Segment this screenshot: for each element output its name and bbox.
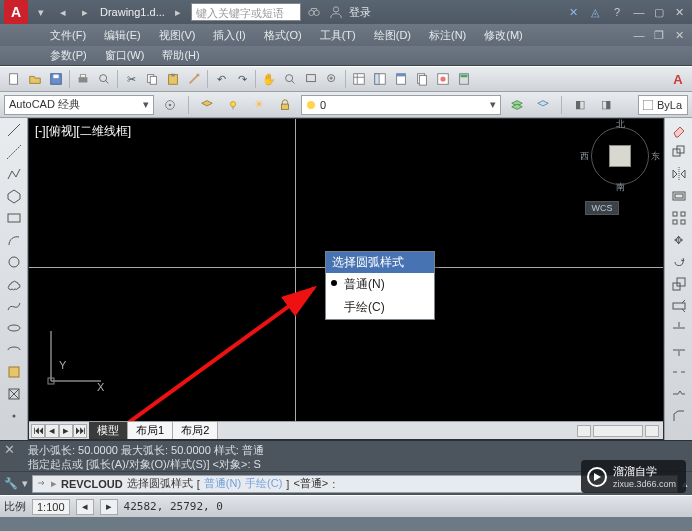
unknown-tool-2-icon[interactable]: ◨ [596,95,616,115]
markup-icon[interactable] [433,69,453,89]
layer-off-icon[interactable] [223,95,243,115]
spline-icon[interactable] [3,296,25,316]
calc-icon[interactable] [454,69,474,89]
mirror-icon[interactable] [668,164,690,184]
scale-icon[interactable] [668,274,690,294]
tab-layout2[interactable]: 布局2 [173,422,218,439]
menu-dimension[interactable]: 标注(N) [421,26,474,45]
binoculars-icon[interactable] [305,3,323,21]
tab-model[interactable]: 模型 [89,422,128,439]
insert-block-icon[interactable] [3,362,25,382]
offset-icon[interactable] [668,186,690,206]
rotate-icon[interactable] [668,252,690,272]
scale-dec-icon[interactable]: ◂ [76,499,94,515]
context-item-hand[interactable]: 手绘(C) [326,296,434,319]
cmd-wrench-icon[interactable]: 🔧 [4,477,18,490]
h-scrollbar[interactable] [218,425,663,437]
user-icon[interactable] [327,3,345,21]
copy-obj-icon[interactable] [668,142,690,162]
layer-freeze-icon[interactable]: ☀ [249,95,269,115]
viewcube-top-face[interactable] [609,145,631,167]
save-icon[interactable] [46,69,66,89]
cmd-opt-hand[interactable]: 手绘(C) [245,476,282,491]
new-icon[interactable] [4,69,24,89]
viewcube-south[interactable]: 南 [616,181,625,194]
polygon-icon[interactable] [3,186,25,206]
layer-match-icon[interactable] [533,95,553,115]
extend-icon[interactable] [668,340,690,360]
zoom-prev-icon[interactable] [322,69,342,89]
view-cube[interactable]: 北 南 西 东 WCS [585,127,655,217]
cmd-opt-normal[interactable]: 普通(N) [204,476,241,491]
point-icon[interactable] [3,406,25,426]
layer-lock-icon[interactable] [275,95,295,115]
arc-icon[interactable] [3,230,25,250]
menu-modify[interactable]: 修改(M) [476,26,531,45]
maximize-icon[interactable]: ▢ [650,4,668,20]
exchange-share-icon[interactable]: ◬ [586,3,604,21]
menu-window[interactable]: 窗口(W) [97,46,153,65]
qat-prev-icon[interactable]: ◂ [54,3,72,21]
open-icon[interactable] [25,69,45,89]
help-search-input[interactable]: 键入关键字或短语 [191,3,301,21]
help-icon[interactable]: ? [608,3,626,21]
context-item-normal[interactable]: 普通(N) [326,273,434,296]
layer-state-icon[interactable] [507,95,527,115]
color-dropdown[interactable]: ByLa [638,95,688,115]
properties-icon[interactable] [349,69,369,89]
a-logo-right-icon[interactable]: A [668,69,688,89]
circle-icon[interactable] [3,252,25,272]
tab-nav-last-icon[interactable]: ⏭ [73,424,87,438]
array-icon[interactable] [668,208,690,228]
viewcube-east[interactable]: 东 [651,150,660,163]
doc-nav-icon[interactable]: ▸ [169,3,187,21]
design-center-icon[interactable] [370,69,390,89]
qat-dropdown-icon[interactable]: ▾ [32,3,50,21]
close-icon[interactable]: ✕ [670,4,688,20]
mdi-close-icon[interactable]: ✕ [670,27,688,43]
menu-help[interactable]: 帮助(H) [154,46,207,65]
move-icon[interactable]: ✥ [668,230,690,250]
tab-nav-next-icon[interactable]: ▸ [59,424,73,438]
layer-tool-icon[interactable] [197,95,217,115]
join-icon[interactable] [668,384,690,404]
undo-icon[interactable]: ↶ [211,69,231,89]
zoom-realtime-icon[interactable] [280,69,300,89]
trim-icon[interactable] [668,318,690,338]
sheet-set-icon[interactable] [412,69,432,89]
tab-nav-prev-icon[interactable]: ◂ [45,424,59,438]
menu-draw[interactable]: 绘图(D) [366,26,419,45]
menu-edit[interactable]: 编辑(E) [96,26,149,45]
scale-inc-icon[interactable]: ▸ [100,499,118,515]
erase-icon[interactable] [668,120,690,140]
login-link[interactable]: 登录 [349,5,371,20]
break-icon[interactable] [668,362,690,382]
menu-format[interactable]: 格式(O) [256,26,310,45]
chamfer-icon[interactable] [668,406,690,426]
ellipse-icon[interactable] [3,318,25,338]
layer-dropdown[interactable]: 0 ▾ [301,95,501,115]
tool-palette-icon[interactable] [391,69,411,89]
make-block-icon[interactable] [3,384,25,404]
app-logo-icon[interactable]: A [4,0,28,24]
workspace-dropdown[interactable]: AutoCAD 经典 ▾ [4,95,154,115]
match-prop-icon[interactable] [184,69,204,89]
print-icon[interactable] [73,69,93,89]
pan-icon[interactable]: ✋ [259,69,279,89]
zoom-window-icon[interactable] [301,69,321,89]
construction-line-icon[interactable] [3,142,25,162]
cut-icon[interactable]: ✂ [121,69,141,89]
line-icon[interactable] [3,120,25,140]
exchange-x-icon[interactable]: ✕ [564,3,582,21]
minimize-icon[interactable]: — [630,4,648,20]
mdi-restore-icon[interactable]: ❐ [650,27,668,43]
redo-icon[interactable]: ↷ [232,69,252,89]
tab-nav-first-icon[interactable]: ⏮ [31,424,45,438]
stretch-icon[interactable] [668,296,690,316]
rectangle-icon[interactable] [3,208,25,228]
status-scale-value[interactable]: 1:100 [32,499,70,515]
menu-tools[interactable]: 工具(T) [312,26,364,45]
workspace-settings-icon[interactable] [160,95,180,115]
paste-icon[interactable] [163,69,183,89]
viewcube-north[interactable]: 北 [616,119,625,131]
